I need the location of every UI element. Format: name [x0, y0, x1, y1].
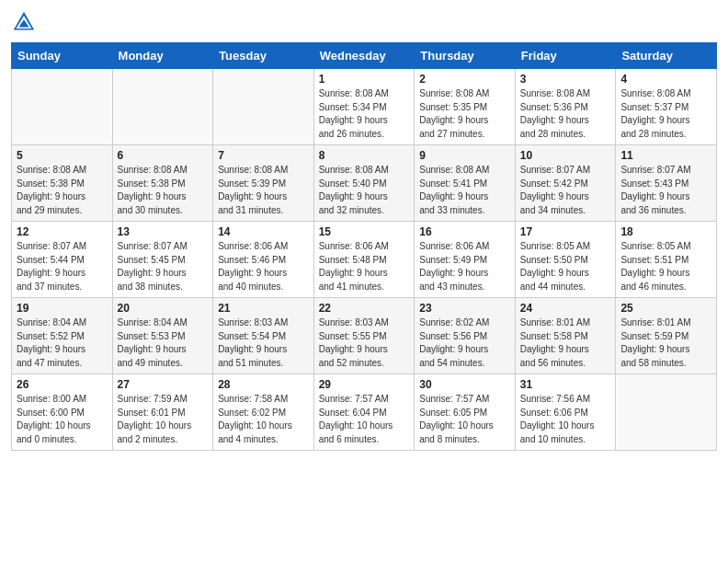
calendar-day-cell: 24Sunrise: 8:01 AM Sunset: 5:58 PM Dayli…	[515, 298, 616, 374]
calendar-day-cell: 7Sunrise: 8:08 AM Sunset: 5:39 PM Daylig…	[213, 145, 314, 222]
day-info: Sunrise: 7:57 AM Sunset: 6:04 PM Dayligh…	[319, 393, 410, 446]
calendar-day-cell: 8Sunrise: 8:08 AM Sunset: 5:40 PM Daylig…	[313, 145, 415, 222]
weekday-header: Monday	[112, 43, 213, 69]
calendar-day-cell: 22Sunrise: 8:03 AM Sunset: 5:55 PM Dayli…	[313, 298, 415, 374]
calendar-day-cell: 9Sunrise: 8:08 AM Sunset: 5:41 PM Daylig…	[415, 145, 516, 222]
day-number: 27	[118, 378, 209, 391]
day-number: 3	[520, 73, 611, 86]
calendar-body: 1Sunrise: 8:08 AM Sunset: 5:34 PM Daylig…	[12, 69, 717, 451]
calendar-week-row: 19Sunrise: 8:04 AM Sunset: 5:52 PM Dayli…	[12, 298, 717, 374]
day-number: 14	[218, 225, 309, 238]
day-number: 11	[620, 149, 711, 162]
calendar-day-cell: 12Sunrise: 8:07 AM Sunset: 5:44 PM Dayli…	[12, 222, 113, 298]
calendar-day-cell: 16Sunrise: 8:06 AM Sunset: 5:49 PM Dayli…	[415, 222, 516, 298]
calendar-day-cell: 2Sunrise: 8:08 AM Sunset: 5:35 PM Daylig…	[415, 69, 516, 145]
day-info: Sunrise: 8:07 AM Sunset: 5:43 PM Dayligh…	[620, 164, 711, 217]
calendar-day-cell: 14Sunrise: 8:06 AM Sunset: 5:46 PM Dayli…	[213, 222, 314, 298]
day-info: Sunrise: 8:08 AM Sunset: 5:40 PM Dayligh…	[319, 164, 410, 217]
calendar-week-row: 26Sunrise: 8:00 AM Sunset: 6:00 PM Dayli…	[12, 374, 717, 451]
calendar-header: SundayMondayTuesdayWednesdayThursdayFrid…	[12, 43, 717, 69]
calendar-day-cell: 10Sunrise: 8:07 AM Sunset: 5:42 PM Dayli…	[515, 145, 616, 222]
calendar-table: SundayMondayTuesdayWednesdayThursdayFrid…	[11, 42, 717, 451]
day-info: Sunrise: 8:03 AM Sunset: 5:54 PM Dayligh…	[218, 316, 309, 370]
day-number: 30	[419, 378, 510, 391]
calendar-day-cell	[616, 374, 717, 451]
calendar-week-row: 12Sunrise: 8:07 AM Sunset: 5:44 PM Dayli…	[12, 222, 717, 298]
day-number: 25	[620, 302, 711, 315]
day-number: 5	[17, 149, 108, 162]
calendar-day-cell: 5Sunrise: 8:08 AM Sunset: 5:38 PM Daylig…	[12, 145, 113, 222]
calendar-day-cell: 31Sunrise: 7:56 AM Sunset: 6:06 PM Dayli…	[515, 374, 616, 451]
calendar-week-row: 5Sunrise: 8:08 AM Sunset: 5:38 PM Daylig…	[12, 145, 717, 222]
day-info: Sunrise: 8:08 AM Sunset: 5:38 PM Dayligh…	[17, 164, 108, 217]
day-info: Sunrise: 8:08 AM Sunset: 5:34 PM Dayligh…	[319, 87, 410, 141]
day-info: Sunrise: 8:03 AM Sunset: 5:55 PM Dayligh…	[319, 316, 410, 370]
day-number: 16	[419, 225, 510, 238]
calendar-day-cell: 21Sunrise: 8:03 AM Sunset: 5:54 PM Dayli…	[213, 298, 314, 374]
day-info: Sunrise: 8:06 AM Sunset: 5:48 PM Dayligh…	[319, 240, 410, 293]
weekday-header: Friday	[515, 43, 616, 69]
day-number: 20	[118, 302, 209, 315]
calendar-day-cell	[112, 69, 213, 145]
day-number: 6	[118, 149, 209, 162]
weekday-header: Sunday	[12, 43, 113, 69]
calendar-week-row: 1Sunrise: 8:08 AM Sunset: 5:34 PM Daylig…	[12, 69, 717, 145]
day-info: Sunrise: 8:05 AM Sunset: 5:51 PM Dayligh…	[620, 240, 711, 293]
calendar-day-cell: 6Sunrise: 8:08 AM Sunset: 5:38 PM Daylig…	[112, 145, 213, 222]
day-info: Sunrise: 8:01 AM Sunset: 5:59 PM Dayligh…	[620, 316, 711, 370]
weekday-header: Thursday	[415, 43, 516, 69]
calendar-day-cell: 20Sunrise: 8:04 AM Sunset: 5:53 PM Dayli…	[112, 298, 213, 374]
day-number: 17	[520, 225, 611, 238]
weekday-header: Wednesday	[313, 43, 415, 69]
day-number: 9	[419, 149, 510, 162]
main-container: SundayMondayTuesdayWednesdayThursdayFrid…	[0, 0, 728, 462]
calendar-day-cell: 18Sunrise: 8:05 AM Sunset: 5:51 PM Dayli…	[616, 222, 717, 298]
day-number: 13	[118, 225, 209, 238]
day-info: Sunrise: 8:05 AM Sunset: 5:50 PM Dayligh…	[520, 240, 611, 293]
day-number: 4	[620, 73, 711, 86]
weekday-header: Tuesday	[213, 43, 314, 69]
day-info: Sunrise: 8:02 AM Sunset: 5:56 PM Dayligh…	[419, 316, 510, 370]
day-number: 15	[319, 225, 410, 238]
calendar-day-cell: 26Sunrise: 8:00 AM Sunset: 6:00 PM Dayli…	[12, 374, 113, 451]
calendar-day-cell: 4Sunrise: 8:08 AM Sunset: 5:37 PM Daylig…	[616, 69, 717, 145]
calendar-day-cell: 13Sunrise: 8:07 AM Sunset: 5:45 PM Dayli…	[112, 222, 213, 298]
calendar-day-cell: 17Sunrise: 8:05 AM Sunset: 5:50 PM Dayli…	[515, 222, 616, 298]
day-number: 23	[419, 302, 510, 315]
day-number: 31	[520, 378, 611, 391]
calendar-day-cell: 1Sunrise: 8:08 AM Sunset: 5:34 PM Daylig…	[313, 69, 415, 145]
day-info: Sunrise: 7:57 AM Sunset: 6:05 PM Dayligh…	[419, 393, 510, 446]
day-info: Sunrise: 8:00 AM Sunset: 6:00 PM Dayligh…	[17, 393, 108, 446]
day-info: Sunrise: 8:08 AM Sunset: 5:35 PM Dayligh…	[419, 87, 510, 141]
logo	[11, 9, 40, 35]
day-number: 28	[218, 378, 309, 391]
calendar-day-cell: 29Sunrise: 7:57 AM Sunset: 6:04 PM Dayli…	[313, 374, 415, 451]
day-number: 24	[520, 302, 611, 315]
calendar-day-cell: 27Sunrise: 7:59 AM Sunset: 6:01 PM Dayli…	[112, 374, 213, 451]
calendar-day-cell: 3Sunrise: 8:08 AM Sunset: 5:36 PM Daylig…	[515, 69, 616, 145]
day-info: Sunrise: 8:01 AM Sunset: 5:58 PM Dayligh…	[520, 316, 611, 370]
calendar-day-cell	[213, 69, 314, 145]
day-number: 12	[17, 225, 108, 238]
day-number: 8	[319, 149, 410, 162]
day-info: Sunrise: 7:59 AM Sunset: 6:01 PM Dayligh…	[118, 393, 209, 446]
day-number: 10	[520, 149, 611, 162]
calendar-day-cell	[12, 69, 113, 145]
calendar-day-cell: 19Sunrise: 8:04 AM Sunset: 5:52 PM Dayli…	[12, 298, 113, 374]
calendar-day-cell: 15Sunrise: 8:06 AM Sunset: 5:48 PM Dayli…	[313, 222, 415, 298]
header	[11, 9, 717, 35]
day-info: Sunrise: 7:56 AM Sunset: 6:06 PM Dayligh…	[520, 393, 611, 446]
day-info: Sunrise: 8:07 AM Sunset: 5:45 PM Dayligh…	[118, 240, 209, 293]
logo-icon	[11, 9, 37, 35]
day-number: 2	[419, 73, 510, 86]
weekday-header: Saturday	[616, 43, 717, 69]
weekday-row: SundayMondayTuesdayWednesdayThursdayFrid…	[12, 43, 717, 69]
calendar-day-cell: 25Sunrise: 8:01 AM Sunset: 5:59 PM Dayli…	[616, 298, 717, 374]
day-info: Sunrise: 8:04 AM Sunset: 5:52 PM Dayligh…	[17, 316, 108, 370]
day-number: 26	[17, 378, 108, 391]
day-info: Sunrise: 8:04 AM Sunset: 5:53 PM Dayligh…	[118, 316, 209, 370]
calendar-day-cell: 28Sunrise: 7:58 AM Sunset: 6:02 PM Dayli…	[213, 374, 314, 451]
day-info: Sunrise: 8:08 AM Sunset: 5:41 PM Dayligh…	[419, 164, 510, 217]
calendar-day-cell: 11Sunrise: 8:07 AM Sunset: 5:43 PM Dayli…	[616, 145, 717, 222]
day-info: Sunrise: 8:08 AM Sunset: 5:37 PM Dayligh…	[620, 87, 711, 141]
